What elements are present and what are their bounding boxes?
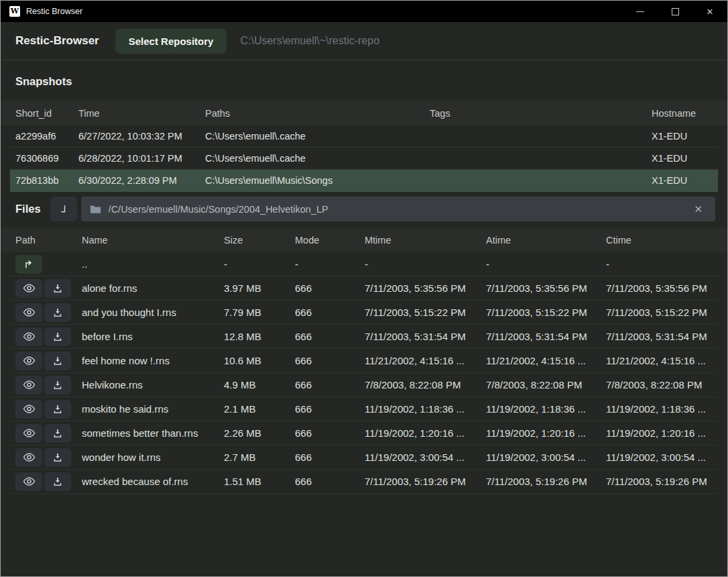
- file-mtime: -: [365, 258, 486, 270]
- file-atime: 7/11/2003, 5:19:26 PM: [486, 476, 606, 487]
- app-header: Restic-Browser Select Repository C:\User…: [1, 22, 727, 60]
- download-file-button[interactable]: [44, 327, 71, 346]
- snapshot-paths: C:\Users\emuell\.cache: [205, 131, 430, 142]
- column-size: Size: [224, 235, 295, 246]
- snapshot-short-id: 76306869: [15, 153, 78, 164]
- file-mode: -: [295, 258, 365, 270]
- file-row[interactable]: moskito he said.rns 2.1 MB 666 11/19/200…: [10, 397, 718, 421]
- file-mtime: 7/11/2003, 5:31:54 PM: [365, 331, 486, 342]
- download-file-button[interactable]: [44, 352, 71, 370]
- column-atime: Atime: [486, 235, 606, 246]
- file-name: ..: [82, 258, 224, 270]
- file-name: wrecked because of.rns: [82, 476, 224, 487]
- current-path-input[interactable]: /C/Users/emuell/Music/Songs/2004_Helveti…: [81, 197, 715, 221]
- snapshot-row-selected[interactable]: 72b813bb 6/30/2022, 2:28:09 PM C:\Users\…: [10, 170, 718, 192]
- file-name: Helvikone.rns: [82, 379, 224, 390]
- file-ctime: 7/11/2003, 5:35:56 PM: [606, 282, 713, 294]
- file-atime: 7/8/2003, 8:22:08 PM: [486, 379, 606, 390]
- preview-file-button[interactable]: [15, 327, 42, 346]
- file-name: and you thought I.rns: [82, 307, 224, 318]
- file-name: wonder how it.rns: [82, 452, 224, 463]
- download-file-button[interactable]: [44, 424, 71, 443]
- eye-icon: [23, 476, 36, 486]
- column-mode: Mode: [295, 235, 365, 246]
- download-file-button[interactable]: [44, 472, 71, 491]
- download-file-button[interactable]: [44, 448, 71, 467]
- file-name: before I.rns: [82, 331, 224, 342]
- files-heading: Files: [15, 203, 41, 215]
- file-atime: 11/19/2002, 1:18:36 ...: [486, 403, 606, 415]
- preview-file-button[interactable]: [15, 472, 42, 491]
- download-icon: [52, 404, 63, 415]
- file-ctime: 11/19/2002, 1:20:16 ...: [606, 427, 713, 439]
- file-row[interactable]: wrecked because of.rns 1.51 MB 666 7/11/…: [10, 470, 718, 494]
- file-ctime: 7/8/2003, 8:22:08 PM: [606, 379, 713, 390]
- file-size: 3.97 MB: [224, 282, 295, 294]
- titlebar: W Restic Browser ✕: [1, 1, 727, 22]
- files-bar: Files /C/Users/emuell/Music/Songs/2004_H…: [1, 192, 727, 227]
- file-row[interactable]: wonder how it.rns 2.7 MB 666 11/19/2002,…: [10, 445, 718, 470]
- file-row[interactable]: sometimes better than.rns 2.26 MB 666 11…: [10, 421, 718, 445]
- download-file-button[interactable]: [44, 400, 71, 419]
- file-mtime: 11/19/2002, 1:18:36 ...: [365, 403, 486, 415]
- snapshots-table-header: Short_id Time Paths Tags Hostname: [1, 101, 727, 125]
- download-file-button[interactable]: [44, 376, 71, 395]
- eye-icon: [23, 331, 36, 342]
- snapshot-short-id: 72b813bb: [15, 175, 78, 186]
- download-icon: [52, 428, 63, 439]
- file-mode: 666: [295, 355, 365, 366]
- file-row[interactable]: alone for.rns 3.97 MB 666 7/11/2003, 5:3…: [10, 276, 718, 301]
- column-paths: Paths: [205, 108, 430, 119]
- minimize-icon: [636, 11, 644, 12]
- parent-directory-row[interactable]: .. - - - - -: [10, 252, 718, 276]
- preview-file-button[interactable]: [15, 376, 42, 395]
- preview-file-button[interactable]: [15, 400, 42, 419]
- file-ctime: 11/19/2002, 1:18:36 ...: [606, 403, 713, 415]
- repository-path[interactable]: C:\Users\emuell\~\restic-repo: [240, 35, 379, 47]
- file-mode: 666: [295, 452, 365, 463]
- file-row[interactable]: and you thought I.rns 7.79 MB 666 7/11/2…: [10, 301, 718, 325]
- minimize-button[interactable]: [623, 1, 658, 22]
- file-size: 12.8 MB: [224, 331, 295, 342]
- eye-icon: [23, 380, 36, 390]
- preview-file-button[interactable]: [15, 303, 42, 322]
- snapshot-short-id: a2299af6: [15, 131, 78, 142]
- file-size: 7.79 MB: [224, 307, 295, 318]
- clear-path-button[interactable]: ✕: [690, 202, 707, 217]
- file-mtime: 7/11/2003, 5:35:56 PM: [365, 282, 486, 294]
- file-size: -: [224, 258, 295, 270]
- file-size: 1.51 MB: [224, 476, 295, 487]
- preview-file-button[interactable]: [15, 279, 42, 298]
- app-window-icon: W: [9, 6, 20, 17]
- preview-file-button[interactable]: [15, 424, 42, 443]
- file-ctime: 7/11/2003, 5:31:54 PM: [606, 331, 713, 342]
- snapshot-row[interactable]: 76306869 6/28/2022, 10:01:17 PM C:\Users…: [10, 148, 718, 170]
- maximize-icon: [672, 8, 679, 15]
- file-atime: 7/11/2003, 5:15:22 PM: [486, 307, 606, 318]
- snapshot-hostname: X1-EDU: [652, 131, 713, 142]
- file-mtime: 11/19/2002, 1:20:16 ...: [365, 427, 486, 439]
- file-row[interactable]: before I.rns 12.8 MB 666 7/11/2003, 5:31…: [10, 325, 718, 349]
- preview-file-button[interactable]: [15, 448, 42, 467]
- select-repository-button[interactable]: Select Repository: [115, 29, 227, 54]
- column-path: Path: [15, 235, 82, 246]
- parent-directory-button[interactable]: [15, 255, 42, 274]
- download-icon: [52, 380, 63, 390]
- file-row[interactable]: feel home now !.rns 10.6 MB 666 11/21/20…: [10, 349, 718, 373]
- snapshot-row[interactable]: a2299af6 6/27/2022, 10:03:32 PM C:\Users…: [10, 125, 718, 148]
- download-icon: [52, 331, 63, 342]
- column-tags: Tags: [430, 108, 652, 119]
- column-name: Name: [82, 235, 224, 246]
- download-file-button[interactable]: [44, 279, 71, 298]
- file-ctime: 11/19/2002, 3:00:54 ...: [606, 452, 713, 463]
- preview-file-button[interactable]: [15, 352, 42, 370]
- root-path-icon: [58, 203, 70, 215]
- file-atime: -: [486, 258, 606, 270]
- app-title: Restic-Browser: [15, 34, 99, 48]
- goto-root-button[interactable]: [50, 197, 77, 221]
- download-file-button[interactable]: [44, 303, 71, 322]
- file-row[interactable]: Helvikone.rns 4.9 MB 666 7/8/2003, 8:22:…: [10, 373, 718, 397]
- maximize-button[interactable]: [658, 1, 692, 22]
- close-button[interactable]: ✕: [692, 1, 727, 22]
- file-mtime: 7/8/2003, 8:22:08 PM: [365, 379, 486, 390]
